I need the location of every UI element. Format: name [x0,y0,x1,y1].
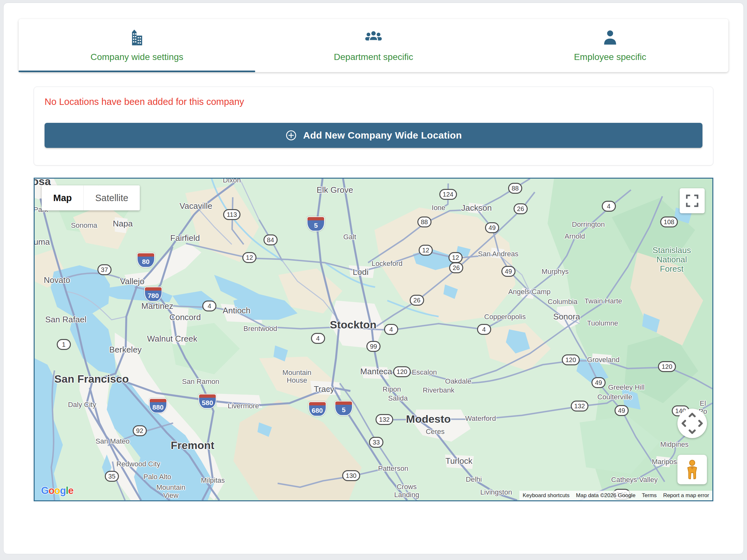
map-label: Columbia [548,298,577,306]
google-logo-letter: l [66,485,68,496]
attribution-item[interactable]: Report a map error [660,491,712,500]
route-badge: 108 [660,217,678,227]
map-label: Fairfield [170,233,200,243]
map-canvas[interactable]: osaParktalumaSonomaNapaVacavilleDixonElk… [34,178,713,501]
tab-label: Company wide settings [91,52,183,62]
route-badge: 124 [439,189,457,200]
tab-label: Employee specific [574,52,646,62]
map-label: Mariposa [652,458,680,466]
route-badge: 33 [369,437,383,448]
route-badge: 49 [592,377,606,388]
map-label: Walnut Creek [147,334,198,344]
interstate-shield: 80 [137,252,155,268]
route-badge: 132 [571,401,588,411]
route-badge: 12 [448,252,463,263]
satellite-view-button[interactable]: Satellite [84,185,140,210]
map-label: Manteca [360,367,392,376]
map-view-button[interactable]: Map [42,185,83,210]
pan-arrows-icon [677,409,707,438]
route-badge: 113 [223,209,240,220]
map-label: Tracy [314,385,334,394]
map-label: Livingston [480,488,512,497]
person-icon [601,29,619,47]
map-label: Brentwood [243,325,277,333]
map-label: Escalon [412,368,437,376]
interstate-shield: 680 [308,402,326,417]
map-label: Ripon [383,385,401,393]
pan-control[interactable] [677,409,707,438]
map-label: Sonoma [71,222,97,230]
tab-company-wide-settings[interactable]: Company wide settings [19,19,255,72]
attribution-item[interactable]: Terms [639,491,660,500]
tab-department-specific[interactable]: Department specific [255,19,492,72]
plus-circle-icon [285,129,297,142]
route-badge: 37 [98,264,111,275]
route-badge: 132 [376,414,393,425]
add-location-label: Add New Company Wide Location [303,130,462,141]
people-group-icon [364,29,383,47]
route-badge: 26 [410,295,424,306]
settings-tabbar: Company wide settings Department specifi… [19,19,728,72]
route-badge: 49 [501,266,516,277]
map-label: Dorrington [572,221,605,229]
map-label: Waterford [465,415,496,423]
map-label: Martinez [141,302,174,311]
route-badge: 4 [384,324,398,335]
google-logo-letter: G [41,485,48,496]
google-logo[interactable]: Google [41,485,73,497]
map-attribution: Keyboard shortcutsMap data ©2026 GoogleT… [519,491,712,500]
map-label: Groveland [587,356,620,364]
route-badge: 26 [514,203,528,214]
map-label: Twain Harte [585,297,622,305]
map-label: Redwood City [117,460,160,468]
map-label: Coulterville [597,393,632,401]
google-logo-letter: g [60,485,66,496]
map-label: Concord [169,313,201,322]
building-icon [128,29,146,47]
route-badge: 120 [393,366,411,377]
map-label: Ceres [426,428,445,436]
map-label: Fremont [171,439,214,451]
map-label: Salida [388,394,408,403]
route-badge: 4 [202,301,216,311]
interstate-shield: 5 [307,217,325,232]
map-label: San Mateo [96,437,130,446]
map-label: Ione [432,204,446,212]
map-label: Lockeford [371,259,403,268]
map-label: Arnold [565,232,585,240]
map-label: Crows Landing [394,483,419,499]
route-badge: 92 [133,425,147,436]
map-label: Mountain View [156,484,186,500]
map-label: Livermore [228,402,259,410]
add-location-button[interactable]: Add New Company Wide Location [45,123,702,148]
app-window: Company wide settings Department specifi… [0,0,747,560]
map-label: Berkeley [109,345,142,354]
attribution-item[interactable]: Map data ©2026 Google [573,491,639,500]
tab-label: Department specific [334,52,413,62]
google-logo-letter: o [48,485,54,496]
active-tab-indicator [19,71,255,72]
pegman-button[interactable] [677,455,707,484]
route-badge: 120 [658,361,676,372]
route-badge: 26 [449,262,463,273]
map-label: Dixon [223,178,241,184]
map-label: San Rafael [45,315,86,325]
route-badge: 1 [57,339,71,350]
attribution-item[interactable]: Keyboard shortcuts [519,491,573,500]
map-label: San Ramon [182,378,219,386]
pegman-icon [683,459,701,480]
map-label: Sonora [553,312,580,322]
interstate-shield: 5 [335,401,353,416]
route-badge: 4 [311,333,325,344]
map-label: Elk Grove [316,186,353,195]
route-badge: 35 [105,471,119,482]
interstate-shield: 780 [144,287,162,302]
map-label: Tuolumne [587,320,618,328]
fullscreen-button[interactable] [680,188,705,213]
map-label: Turlock [445,456,472,466]
map-label-layer: osaParktalumaSonomaNapaVacavilleDixonElk… [35,179,712,500]
interstate-shield: 880 [149,398,167,413]
route-badge: 130 [342,470,360,481]
tab-employee-specific[interactable]: Employee specific [492,19,728,72]
map-label: Napa [113,220,133,229]
